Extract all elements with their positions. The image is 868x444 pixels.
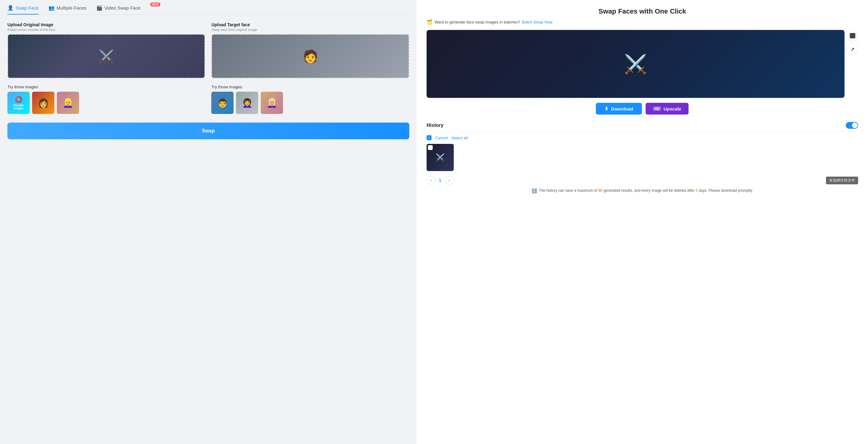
prev-page-button[interactable]: ‹	[427, 176, 435, 185]
layers-icon: 🗂️	[427, 19, 433, 25]
sample-woman2[interactable]: 👱‍♀️	[57, 92, 79, 114]
download-icon: ⬇	[604, 106, 609, 112]
user-icon: 👤	[7, 5, 13, 11]
users-icon: 👥	[49, 5, 55, 11]
man1-thumb: 👨	[211, 92, 234, 114]
upload-target-box: Upload Target face Swap face from origin…	[211, 22, 409, 78]
cancel-link[interactable]: Cancel	[435, 135, 447, 140]
info-text-3: days. Please download promptly.	[699, 188, 753, 193]
batch-swap-link[interactable]: Batch Swap Now	[522, 20, 553, 24]
woman1-thumb: 👩	[32, 92, 54, 114]
tabs-bar: 👤 Swap Face 👥 Multiple Faces 🎬 Video Swa…	[7, 5, 409, 15]
tab-multiple-faces-label: Multiple Faces	[57, 5, 87, 10]
upload-target-title: Upload Target face	[211, 22, 409, 27]
share-button[interactable]: ↗	[847, 43, 858, 55]
info-max-days: 1	[695, 188, 698, 193]
upload-original-area[interactable]	[7, 34, 205, 78]
upload-original-subtitle: Retain areas outside of the face	[7, 28, 205, 31]
history-checkbox[interactable]: ✓	[427, 135, 432, 140]
result-area: ⚔️ ⬛ ↗	[427, 30, 858, 98]
tab-swap-face[interactable]: 👤 Swap Face	[7, 5, 39, 14]
right-panel: Swap Faces with One Click 🗂️ Want to gen…	[417, 0, 868, 444]
sample-woman4[interactable]: 👩‍🦳	[261, 92, 283, 114]
sample-woman1[interactable]: 👩	[32, 92, 54, 114]
history-item-checkbox[interactable]	[428, 145, 433, 150]
woman2-thumb: 👱‍♀️	[57, 92, 79, 114]
next-page-button[interactable]: ›	[445, 176, 454, 185]
pagination-controls: ‹ 1 ›	[427, 176, 454, 185]
new-badge: NEW	[150, 2, 160, 6]
left-panel: 👤 Swap Face 👥 Multiple Faces 🎬 Video Swa…	[0, 0, 417, 444]
info-icon: ℹ️	[532, 188, 537, 193]
upload-target-subtitle: Swap face from original image	[211, 28, 409, 31]
history-title: History	[427, 123, 443, 128]
try-images-label-2: Try those images	[211, 85, 409, 89]
compare-icon: ⬛	[849, 33, 856, 39]
page-number: 1	[439, 178, 441, 183]
share-icon: ↗	[850, 46, 855, 52]
history-grid: ⚔️	[427, 144, 858, 171]
olympic-thumb: ⭕ Olympic images	[7, 92, 30, 114]
history-info-text: The history can save a maximum of 80 gen…	[539, 188, 753, 193]
upload-original-box: Upload Original Image Retain areas outsi…	[7, 22, 205, 78]
pagination-row: ‹ 1 › 未选择任何文件	[427, 176, 858, 185]
history-item-1[interactable]: ⚔️	[427, 144, 454, 171]
info-text-1: The history can save a maximum of	[539, 188, 597, 193]
upscale-button[interactable]: HD Upscale	[646, 103, 688, 115]
result-image-box: ⚔️	[427, 30, 844, 98]
sample-man1[interactable]: 👨	[211, 92, 234, 114]
upload-row: Upload Original Image Retain areas outsi…	[7, 22, 409, 78]
compare-button[interactable]: ⬛	[847, 30, 858, 41]
batch-row: 🗂️ Want to generate face swap images in …	[427, 19, 858, 25]
original-image-preview	[8, 35, 205, 78]
batch-text: Want to generate face swap images in bat…	[435, 20, 520, 24]
upload-target-area[interactable]: 🧑	[211, 34, 409, 78]
sample-olympic[interactable]: ⭕ Olympic images	[7, 92, 30, 114]
target-image-preview: 🧑	[212, 35, 408, 78]
history-header: History	[427, 122, 858, 129]
info-max-count: 80	[598, 188, 602, 193]
sample-woman3[interactable]: 👩‍🦱	[236, 92, 258, 114]
no-file-badge: 未选择任何文件	[826, 177, 858, 184]
woman4-thumb: 👩‍🦳	[261, 92, 283, 114]
tab-multiple-faces[interactable]: 👥 Multiple Faces	[49, 5, 87, 14]
history-toggle[interactable]	[846, 122, 858, 129]
history-section: History ✓ Cancel Select all ⚔️ ‹ 1 ›	[427, 122, 858, 193]
original-sample-images: ⭕ Olympic images 👩 👱‍♀️	[7, 92, 205, 114]
history-info-row: ℹ️ The history can save a maximum of 80 …	[427, 188, 858, 193]
history-actions: ✓ Cancel Select all	[427, 135, 858, 140]
download-label: Download	[611, 106, 633, 112]
woman3-thumb: 👩‍🦱	[236, 92, 258, 114]
swap-button[interactable]: Swap	[7, 123, 409, 139]
right-title: Swap Faces with One Click	[427, 7, 858, 15]
olympic-rings-icon: ⭕	[15, 96, 23, 103]
tab-swap-face-label: Swap Face	[16, 5, 39, 10]
tab-video-swap-label: Video Swap Face	[104, 5, 141, 10]
action-buttons: ⬇ Download HD Upscale	[427, 103, 858, 115]
tab-video-swap[interactable]: 🎬 Video Swap Face NEW	[96, 5, 152, 14]
olympic-label: Olympic images	[9, 104, 28, 110]
upload-original-title: Upload Original Image	[7, 22, 205, 27]
hd-badge: HD	[653, 106, 661, 111]
toggle-thumb	[852, 123, 858, 128]
download-button[interactable]: ⬇ Download	[596, 103, 642, 115]
video-icon: 🎬	[96, 5, 102, 11]
upscale-label: Upscale	[663, 106, 681, 112]
info-text-2: generated results, and every image will …	[603, 188, 695, 193]
result-image: ⚔️	[427, 30, 844, 98]
target-sample-images: 👨 👩‍🦱 👩‍🦳	[211, 92, 409, 114]
select-all-link[interactable]: Select all	[451, 135, 468, 140]
try-images-label-1: Try those images	[7, 85, 205, 89]
